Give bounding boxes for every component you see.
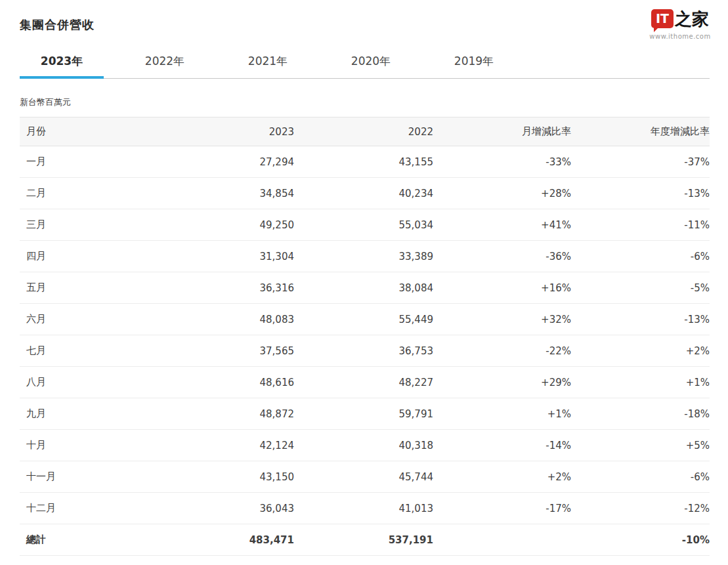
tab-2021[interactable]: 2021年 [226,50,310,79]
ithome-home-text: 之家 [675,10,709,28]
currency-unit-note: 新台幣百萬元 [20,96,710,108]
revenue-table: 月份 2023 2022 月增減比率 年度增減比率 一月27,29443,155… [20,117,710,556]
value-2023-cell: 31,304 [143,241,294,272]
mom-change-cell: -14% [433,430,571,461]
year-tabs: 2023年 2022年 2021年 2020年 2019年 [20,50,710,79]
revenue-table-body: 一月27,29443,155-33%-37%二月34,85440,234+28%… [20,146,710,556]
month-cell: 三月 [20,209,143,241]
mom-change-cell: +2% [433,461,571,493]
yoy-change-cell: -37% [571,146,710,178]
revenue-table-head: 月份 2023 2022 月增減比率 年度增減比率 [20,117,710,146]
value-2023-cell: 37,565 [143,335,294,367]
month-cell: 十二月 [20,493,143,524]
ithome-it-icon: IT [651,9,674,28]
yoy-change-cell: -13% [571,178,710,209]
value-2022-cell: 36,753 [294,335,433,367]
month-cell: 六月 [20,304,143,335]
mom-change-cell: -33% [433,146,571,178]
month-cell: 一月 [20,146,143,178]
mom-change-cell: +1% [433,398,571,430]
total-row: 總計483,471537,191-10% [20,524,710,556]
value-2022-cell: 537,191 [294,524,433,556]
table-row: 一月27,29443,155-33%-37% [20,146,710,178]
month-cell: 總計 [20,524,143,556]
value-2022-cell: 38,084 [294,272,433,304]
value-2022-cell: 43,155 [294,146,433,178]
page-header: 集團合併營收 IT 之家 www.ithome.com [20,0,710,33]
tab-2020[interactable]: 2020年 [329,50,413,79]
tab-2022[interactable]: 2022年 [123,50,207,79]
value-2023-cell: 34,854 [143,178,294,209]
mom-change-cell: +28% [433,178,571,209]
yoy-change-cell: +2% [571,335,710,367]
yoy-change-cell: -5% [571,272,710,304]
month-cell: 十月 [20,430,143,461]
column-header-yoy-change: 年度增減比率 [571,117,710,146]
mom-change-cell: -22% [433,335,571,367]
column-header-2023: 2023 [143,117,294,146]
yoy-change-cell: -6% [571,241,710,272]
table-row: 十一月43,15045,744+2%-6% [20,461,710,493]
yoy-change-cell: -10% [571,524,710,556]
table-row: 六月48,08355,449+32%-13% [20,304,710,335]
table-row: 九月48,87259,791+1%-18% [20,398,710,430]
mom-change-cell: -17% [433,493,571,524]
table-row: 八月48,61648,227+29%+1% [20,367,710,398]
mom-change-cell [433,524,571,556]
column-header-month: 月份 [20,117,143,146]
tab-2019[interactable]: 2019年 [432,50,516,79]
ithome-logo: IT 之家 www.ithome.com [644,9,716,40]
table-row: 十月42,12440,318-14%+5% [20,430,710,461]
month-cell: 五月 [20,272,143,304]
month-cell: 七月 [20,335,143,367]
value-2022-cell: 33,389 [294,241,433,272]
header-row: 月份 2023 2022 月增減比率 年度增減比率 [20,117,710,146]
value-2022-cell: 41,013 [294,493,433,524]
table-row: 二月34,85440,234+28%-13% [20,178,710,209]
yoy-change-cell: -18% [571,398,710,430]
page: 集團合併營收 IT 之家 www.ithome.com 2023年 2022年 … [0,0,728,556]
value-2022-cell: 59,791 [294,398,433,430]
value-2022-cell: 55,449 [294,304,433,335]
column-header-mom-change: 月增減比率 [433,117,571,146]
table-row: 十二月36,04341,013-17%-12% [20,493,710,524]
mom-change-cell: -36% [433,241,571,272]
value-2023-cell: 36,316 [143,272,294,304]
month-cell: 十一月 [20,461,143,493]
page-title: 集團合併營收 [20,17,710,33]
yoy-change-cell: -13% [571,304,710,335]
value-2023-cell: 36,043 [143,493,294,524]
table-row: 五月36,31638,084+16%-5% [20,272,710,304]
value-2023-cell: 483,471 [143,524,294,556]
mom-change-cell: +29% [433,367,571,398]
month-cell: 四月 [20,241,143,272]
value-2023-cell: 42,124 [143,430,294,461]
value-2022-cell: 45,744 [294,461,433,493]
value-2023-cell: 48,872 [143,398,294,430]
column-header-2022: 2022 [294,117,433,146]
mom-change-cell: +16% [433,272,571,304]
value-2022-cell: 55,034 [294,209,433,241]
ithome-url: www.ithome.com [649,33,710,40]
yoy-change-cell: -11% [571,209,710,241]
yoy-change-cell: +5% [571,430,710,461]
ithome-logo-mark: IT 之家 [651,9,709,28]
table-row: 七月37,56536,753-22%+2% [20,335,710,367]
table-row: 三月49,25055,034+41%-11% [20,209,710,241]
value-2022-cell: 48,227 [294,367,433,398]
value-2023-cell: 49,250 [143,209,294,241]
yoy-change-cell: -6% [571,461,710,493]
yoy-change-cell: -12% [571,493,710,524]
value-2023-cell: 43,150 [143,461,294,493]
value-2023-cell: 48,616 [143,367,294,398]
value-2022-cell: 40,318 [294,430,433,461]
table-row: 四月31,30433,389-36%-6% [20,241,710,272]
month-cell: 九月 [20,398,143,430]
value-2022-cell: 40,234 [294,178,433,209]
month-cell: 二月 [20,178,143,209]
value-2023-cell: 27,294 [143,146,294,178]
value-2023-cell: 48,083 [143,304,294,335]
tab-2023[interactable]: 2023年 [20,50,104,79]
yoy-change-cell: +1% [571,367,710,398]
mom-change-cell: +32% [433,304,571,335]
